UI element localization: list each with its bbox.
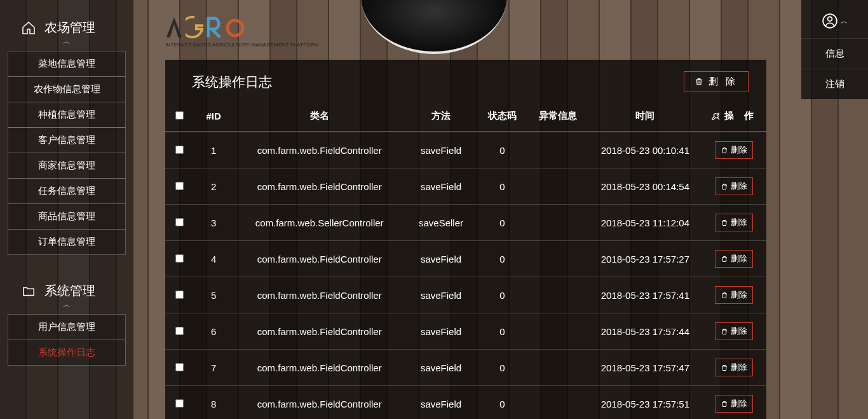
cell-time: 2018-05-23 00:14:54 — [588, 168, 702, 205]
trash-icon — [721, 182, 728, 191]
sidebar-item-label: 商家信息管理 — [38, 160, 95, 170]
cell-time: 2018-05-23 17:57:27 — [588, 241, 702, 277]
row-delete-button[interactable]: 删除 — [715, 250, 753, 268]
row-checkbox[interactable] — [175, 146, 184, 154]
trash-icon — [721, 255, 728, 263]
cell-method: saveSeller — [405, 205, 477, 241]
button-label: 删 除 — [709, 76, 738, 88]
cell-exception — [527, 205, 588, 241]
cell-exception — [527, 350, 588, 386]
button-label: 删除 — [731, 253, 747, 264]
row-checkbox[interactable] — [175, 291, 184, 299]
sidebar-item-user-info[interactable]: 用户信息管理 — [8, 314, 126, 340]
cell-method: saveField — [405, 132, 477, 168]
row-checkbox[interactable] — [175, 218, 184, 226]
cell-id: 1 — [193, 132, 234, 168]
chevron-up-icon: ︿ — [8, 299, 126, 310]
cell-id: 8 — [193, 386, 234, 420]
sidebar-item-label: 农作物信息管理 — [34, 83, 100, 94]
tools-icon — [711, 111, 721, 121]
cell-time: 2018-05-23 17:57:44 — [588, 313, 702, 350]
table-row: 6com.farm.web.FieldControllersaveField02… — [165, 313, 766, 350]
sidebar-item-label: 任务信息管理 — [38, 185, 95, 196]
sidebar-item-label: 客户信息管理 — [38, 134, 95, 145]
cell-exception — [527, 241, 588, 277]
cell-time: 2018-05-23 17:57:41 — [588, 277, 702, 313]
cell-method: saveField — [405, 277, 477, 313]
cell-status: 0 — [477, 241, 527, 277]
cell-exception — [527, 168, 588, 205]
button-label: 删除 — [731, 181, 747, 192]
row-delete-button[interactable]: 删除 — [715, 141, 753, 159]
cell-class: com.farm.web.FieldController — [234, 168, 405, 205]
cell-id: 2 — [193, 168, 234, 205]
table-row: 2com.farm.web.FieldControllersaveField02… — [165, 168, 766, 205]
sidebar-item-task[interactable]: 任务信息管理 — [8, 178, 126, 204]
user-menu-label: 注销 — [825, 78, 844, 89]
table-row: 5com.farm.web.FieldControllersaveField02… — [165, 277, 766, 313]
button-label: 删除 — [731, 398, 747, 409]
col-status: 状态码 — [477, 104, 527, 132]
chevron-up-icon: ︿ — [841, 17, 848, 26]
cell-id: 4 — [193, 241, 234, 277]
button-label: 删除 — [731, 144, 747, 156]
cell-status: 0 — [477, 386, 527, 420]
sidebar-item-planting[interactable]: 种植信息管理 — [8, 102, 126, 128]
row-checkbox[interactable] — [175, 254, 184, 263]
sidebar-section-farm[interactable]: 农场管理 — [8, 14, 126, 39]
svg-point-1 — [828, 17, 832, 21]
button-label: 删除 — [731, 326, 747, 337]
user-menu-logout[interactable]: 注销 — [801, 69, 868, 99]
sidebar-item-seller[interactable]: 商家信息管理 — [8, 153, 126, 179]
sidebar-section-system[interactable]: 系统管理 — [8, 277, 126, 302]
sidebar-item-order[interactable]: 订单信息管理 — [8, 229, 126, 255]
delete-selected-button[interactable]: 删 除 — [684, 71, 749, 92]
col-id: #ID — [193, 104, 234, 132]
home-icon — [20, 20, 37, 36]
cell-exception — [527, 386, 588, 420]
sidebar-section-title: 系统管理 — [44, 282, 95, 299]
cell-id: 5 — [193, 277, 234, 313]
cell-exception — [527, 132, 588, 168]
sidebar-item-label: 菜地信息管理 — [38, 58, 95, 69]
cell-status: 0 — [477, 205, 527, 241]
row-delete-button[interactable]: 删除 — [715, 359, 753, 376]
cell-id: 7 — [193, 350, 234, 386]
button-label: 删除 — [731, 217, 747, 228]
cell-exception — [527, 277, 588, 313]
select-all-checkbox[interactable] — [175, 111, 184, 120]
user-menu-toggle[interactable]: ︿ — [801, 6, 868, 38]
row-checkbox[interactable] — [175, 182, 184, 190]
trash-icon — [721, 400, 728, 408]
sidebar-item-product[interactable]: 商品信息管理 — [8, 203, 126, 230]
row-checkbox[interactable] — [175, 363, 184, 371]
sidebar-item-crop-info[interactable]: 农作物信息管理 — [8, 76, 126, 102]
cell-method: saveField — [405, 168, 477, 205]
sidebar-item-customer[interactable]: 客户信息管理 — [8, 127, 126, 153]
cell-time: 2018-05-23 17:57:51 — [588, 386, 702, 420]
cell-class: com.farm.web.FieldController — [234, 386, 405, 420]
trash-icon — [721, 219, 728, 227]
row-delete-button[interactable]: 删除 — [715, 322, 753, 340]
col-exception: 异常信息 — [527, 104, 588, 132]
row-checkbox[interactable] — [175, 327, 184, 335]
logo-subtitle: INTERNET-BASED AGRICULTURE MANAGEMENT PL… — [165, 42, 319, 48]
row-delete-button[interactable]: 删除 — [715, 214, 753, 231]
row-delete-button[interactable]: 删除 — [715, 286, 753, 304]
cell-class: com.farm.web.FieldController — [234, 313, 405, 350]
button-label: 删除 — [731, 362, 747, 373]
sidebar-item-system-log[interactable]: 系统操作日志 — [8, 340, 126, 366]
user-icon — [822, 13, 838, 29]
table-row: 7com.farm.web.FieldControllersaveField02… — [165, 350, 766, 386]
row-checkbox[interactable] — [175, 399, 184, 408]
row-delete-button[interactable]: 删除 — [715, 395, 753, 413]
cell-exception — [527, 313, 588, 350]
row-delete-button[interactable]: 删除 — [715, 177, 753, 195]
table-row: 1com.farm.web.FieldControllersaveField02… — [165, 132, 766, 168]
sidebar-item-field-info[interactable]: 菜地信息管理 — [8, 51, 126, 77]
logo: INTERNET-BASED AGRICULTURE MANAGEMENT PL… — [165, 14, 319, 48]
table-row: 4com.farm.web.FieldControllersaveField02… — [165, 241, 766, 277]
cell-class: com.farm.web.FieldController — [234, 277, 405, 313]
cell-status: 0 — [477, 168, 527, 205]
user-menu-info[interactable]: 信息 — [801, 38, 868, 69]
